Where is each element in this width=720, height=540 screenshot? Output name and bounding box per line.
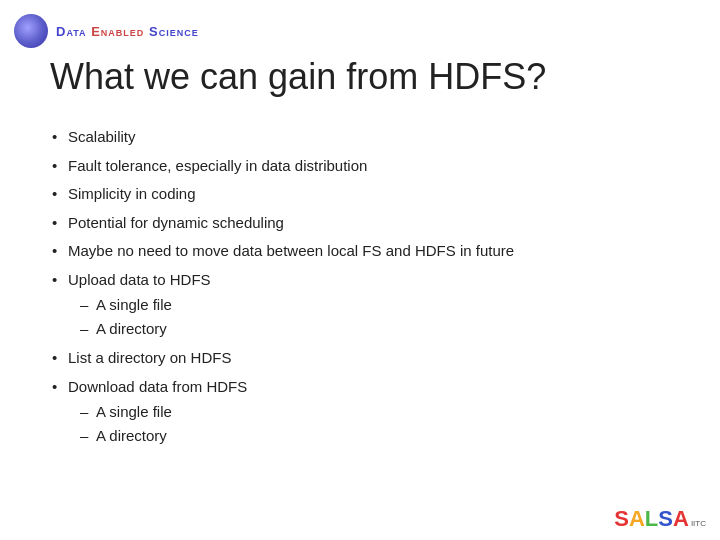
salsa-a1: A xyxy=(629,506,645,531)
sub-list-upload: A single file A directory xyxy=(78,293,670,341)
salsa-sub: IITC xyxy=(691,519,706,528)
logo-data: Data xyxy=(56,24,87,39)
bullet-list: Scalability Fault tolerance, especially … xyxy=(50,126,670,448)
slide-content: What we can gain from HDFS? Scalability … xyxy=(50,55,670,480)
salsa-s2: S xyxy=(658,506,673,531)
sub-list-download: A single file A directory xyxy=(78,400,670,448)
slide-title: What we can gain from HDFS? xyxy=(50,55,670,98)
list-item: Simplicity in coding xyxy=(50,183,670,206)
salsa-s1: S xyxy=(614,506,629,531)
salsa-logo: SALSA IITC xyxy=(614,508,706,530)
list-item-upload: Upload data to HDFS A single file A dire… xyxy=(50,269,670,342)
list-item-listdir: List a directory on HDFS xyxy=(50,347,670,370)
logo-science: Science xyxy=(149,24,199,39)
logo-enabled: Enabled xyxy=(91,24,144,39)
list-item: Maybe no need to move data between local… xyxy=(50,240,670,263)
sub-list-item: A single file xyxy=(78,400,670,424)
sub-list-item: A directory xyxy=(78,317,670,341)
salsa-a2: A xyxy=(673,506,689,531)
list-item: Scalability xyxy=(50,126,670,149)
sub-list-item: A single file xyxy=(78,293,670,317)
logo-circle xyxy=(14,14,48,48)
list-item: Potential for dynamic scheduling xyxy=(50,212,670,235)
sub-list-item: A directory xyxy=(78,424,670,448)
salsa-letters: SALSA xyxy=(614,508,689,530)
list-item: Fault tolerance, especially in data dist… xyxy=(50,155,670,178)
salsa-l: L xyxy=(645,506,658,531)
header: Data Enabled Science xyxy=(0,8,720,54)
logo-text: Data Enabled Science xyxy=(56,24,199,39)
list-item-download: Download data from HDFS A single file A … xyxy=(50,376,670,449)
